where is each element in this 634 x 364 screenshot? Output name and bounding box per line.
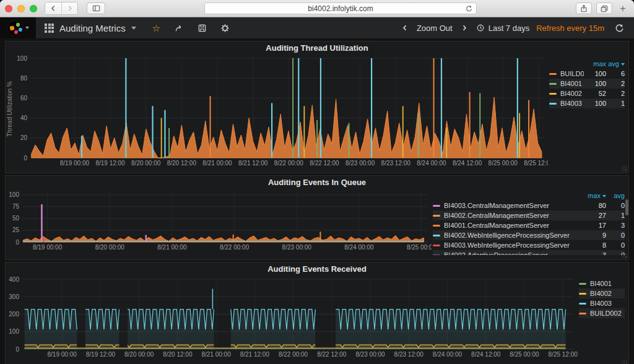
series-name: BI4001 xyxy=(590,280,625,287)
legend-item[interactable]: BI4003.CentralManagementServer 80 0 xyxy=(433,201,625,210)
panel-thread-utilization: Auditing Thread Utilization Thread Utili… xyxy=(5,41,629,173)
zoom-out-button[interactable]: Zoom Out xyxy=(417,24,453,33)
svg-text:8/22 12:00: 8/22 12:00 xyxy=(310,160,339,167)
svg-text:8/19 12:00: 8/19 12:00 xyxy=(86,351,116,358)
history-nav xyxy=(45,2,78,15)
svg-text:300: 300 xyxy=(9,293,19,300)
legend-rows: BUILD002 100 6 BI4001 100 2 xyxy=(549,69,625,108)
shift-time-back-button[interactable] xyxy=(400,22,410,34)
legend-item[interactable]: BUILD002 xyxy=(579,308,625,318)
panel-resize-handle[interactable] xyxy=(622,360,627,364)
legend-item[interactable]: BI4002.CentralManagementServer 27 1 xyxy=(433,210,625,220)
series-name: BI4001.CentralManagementServer xyxy=(444,222,584,229)
panel-resize-handle[interactable] xyxy=(622,253,627,258)
legend-sort-max[interactable]: max xyxy=(584,60,606,67)
panel-resize-handle[interactable] xyxy=(622,166,627,171)
share-button[interactable] xyxy=(576,2,592,14)
legend-sort-avg[interactable]: avg xyxy=(606,60,625,67)
minimize-window-button[interactable] xyxy=(17,5,25,12)
refresh-now-button[interactable] xyxy=(612,21,626,35)
svg-text:20: 20 xyxy=(20,134,28,141)
svg-text:8/24 12:00: 8/24 12:00 xyxy=(471,351,501,358)
panel-title[interactable]: Auditing Events Received xyxy=(6,262,628,276)
legend-item[interactable]: BI4002.AdaptiveProcessingServer 3 0 xyxy=(433,250,625,255)
legend-header: max avg xyxy=(433,191,625,201)
panel-body: 8/19 00:008/20 00:008/21 00:008/22 00:00… xyxy=(6,189,628,259)
new-tab-button[interactable]: + xyxy=(617,2,629,15)
series-max: 100 xyxy=(584,80,606,87)
svg-text:8/20 00:00: 8/20 00:00 xyxy=(95,244,125,251)
svg-text:100: 100 xyxy=(17,55,27,62)
close-window-button[interactable] xyxy=(5,5,12,12)
tab-overview-button[interactable] xyxy=(596,2,612,14)
share-icon xyxy=(580,4,588,13)
legend: BI4001 BI4002 BI4003 xyxy=(578,276,628,364)
sort-caret-icon xyxy=(602,195,606,197)
series-avg: 6 xyxy=(606,70,625,77)
address-bar[interactable]: bi4002.infolytik.com xyxy=(204,2,477,14)
sidebar-toggle-button[interactable] xyxy=(87,2,105,14)
legend-item[interactable]: BI4001.CentralManagementServer 17 3 xyxy=(433,220,625,230)
dashboard-settings-button[interactable] xyxy=(214,17,237,38)
dashboard-picker[interactable]: Auditing Metrics xyxy=(36,17,145,38)
legend-item[interactable]: BI4002 52 2 xyxy=(549,89,625,98)
svg-text:8/24 00:00: 8/24 00:00 xyxy=(433,351,462,358)
auto-refresh-picker[interactable]: Refresh every 15m xyxy=(536,24,604,33)
series-max: 9 xyxy=(584,232,606,239)
legend-scrollbar[interactable] xyxy=(625,199,628,215)
star-dashboard-button[interactable]: ☆ xyxy=(145,17,168,38)
events-in-queue-chart[interactable]: 8/19 00:008/20 00:008/21 00:008/22 00:00… xyxy=(6,189,432,252)
legend-sort-avg[interactable]: avg xyxy=(606,192,625,199)
series-avg: 1 xyxy=(606,212,625,219)
svg-text:8/23 00:00: 8/23 00:00 xyxy=(345,160,375,167)
series-name: BI4003.CentralManagementServer xyxy=(444,202,584,209)
legend-item[interactable]: BUILD002 100 6 xyxy=(549,69,625,79)
svg-text:80: 80 xyxy=(20,75,28,82)
safari-window: bi4002.infolytik.com + xyxy=(0,0,634,364)
series-avg: 0 xyxy=(606,232,625,239)
legend-item[interactable]: BI4003.WebIntelligenceProcessingServer 8… xyxy=(433,240,625,250)
svg-text:8/21 12:00: 8/21 12:00 xyxy=(240,351,270,358)
save-icon xyxy=(198,24,207,33)
panel-title[interactable]: Auditing Thread Utilization xyxy=(6,41,628,55)
grafana-menu-button[interactable] xyxy=(0,17,36,38)
panel-title[interactable]: Auditing Events In Queue xyxy=(6,176,628,189)
svg-text:8/25 00:00: 8/25 00:00 xyxy=(407,244,432,251)
legend-item[interactable]: BI4002 xyxy=(579,288,625,298)
series-name: BI4002.WebIntelligenceProcessingServer xyxy=(444,232,584,239)
series-avg: 1 xyxy=(606,100,625,107)
y-axis-label: Thread Utilization % xyxy=(6,82,13,137)
back-button[interactable] xyxy=(45,2,61,14)
svg-text:8/21 00:00: 8/21 00:00 xyxy=(157,244,187,251)
forward-button[interactable] xyxy=(61,2,77,14)
series-name: BI4003 xyxy=(560,100,584,107)
panel-body: Thread Utilization % 8/19 00:008/19 12:0… xyxy=(6,55,628,173)
legend-item[interactable]: BI4003 100 1 xyxy=(549,98,625,108)
series-color-dash xyxy=(579,293,586,295)
svg-text:8/20 12:00: 8/20 12:00 xyxy=(163,351,193,358)
legend-item[interactable]: BI4002.WebIntelligenceProcessingServer 9… xyxy=(433,230,625,240)
time-range-picker[interactable]: Last 7 days xyxy=(476,24,530,33)
svg-text:200: 200 xyxy=(9,311,19,318)
events-received-chart[interactable]: 8/19 00:008/19 12:008/20 00:008/20 12:00… xyxy=(6,276,578,359)
panel-body: 8/19 00:008/19 12:008/20 00:008/20 12:00… xyxy=(6,276,628,364)
legend-item[interactable]: BI4001 100 2 xyxy=(549,79,625,89)
legend-sort-max[interactable]: max xyxy=(584,192,606,199)
series-color-dash xyxy=(433,215,440,217)
dashboard-actions: ☆ xyxy=(145,17,237,38)
time-controls: Zoom Out Last 7 days Refresh every 15m xyxy=(400,21,634,35)
reload-button[interactable] xyxy=(465,5,473,15)
legend-item[interactable]: BI4001 xyxy=(579,279,625,288)
svg-text:8/20 12:00: 8/20 12:00 xyxy=(167,160,197,167)
chevron-right-icon xyxy=(461,24,468,32)
shift-time-forward-button[interactable] xyxy=(459,22,469,34)
legend-item[interactable]: BI4003 xyxy=(579,298,625,308)
sort-caret-icon xyxy=(621,63,625,66)
svg-text:8/25 12:00: 8/25 12:00 xyxy=(524,160,548,167)
thread-utilization-chart[interactable]: 8/19 00:008/19 12:008/20 00:008/20 12:00… xyxy=(14,55,548,168)
share-dashboard-button[interactable] xyxy=(168,17,191,38)
legend: max avg BUILD002 100 6 xyxy=(548,55,628,173)
zoom-window-button[interactable] xyxy=(30,5,37,12)
save-dashboard-button[interactable] xyxy=(191,17,214,38)
series-max: 3 xyxy=(584,251,606,255)
